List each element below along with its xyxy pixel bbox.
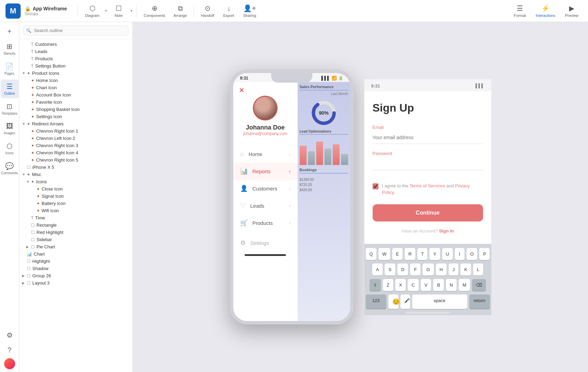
- tree-item-group-26[interactable]: ▶ ☐ Group 26: [19, 272, 132, 279]
- canvas-area[interactable]: 9:31 ▌▌▌ 📶 🔋 ✕ Johanna D: [133, 22, 588, 372]
- tree-item-shopping-basket-icon[interactable]: ✦ Shopping Basket Icon: [19, 106, 132, 113]
- key-l[interactable]: L: [473, 264, 483, 276]
- export-button[interactable]: ↓ Export: [218, 3, 239, 19]
- key-k[interactable]: K: [460, 264, 471, 276]
- key-t[interactable]: T: [417, 248, 428, 260]
- tree-item-chart-icon[interactable]: ✦ Chart Icon: [19, 84, 132, 91]
- tree-item-close-icon[interactable]: ✦ Close Icon: [19, 185, 132, 193]
- format-button[interactable]: ☰ Format: [510, 3, 530, 19]
- tree-item-leads[interactable]: T Leads: [19, 48, 132, 55]
- components-button[interactable]: ⊕ Components: [140, 3, 169, 19]
- key-u[interactable]: U: [442, 248, 453, 260]
- note-caret[interactable]: ▼: [130, 9, 133, 13]
- key-backspace[interactable]: ⌫: [472, 279, 486, 291]
- tree-item-chevron-right-4[interactable]: ✦ Chevron Right Icon 4: [19, 149, 132, 156]
- key-g[interactable]: G: [423, 264, 434, 276]
- tree-item-misc[interactable]: ▼ ✦ Misc: [19, 171, 132, 178]
- tree-item-battery-icon[interactable]: ✦ Battery Icon: [19, 200, 132, 207]
- app-logo[interactable]: M: [6, 3, 21, 19]
- sharing-button[interactable]: 👤+ Sharing: [239, 3, 260, 19]
- key-i[interactable]: I: [455, 248, 464, 260]
- rail-settings[interactable]: ⚙: [1, 328, 19, 342]
- key-f[interactable]: F: [410, 264, 420, 276]
- sign-in-link[interactable]: Sign In: [439, 228, 454, 234]
- menu-item-reports[interactable]: 📊 Reports ‹: [233, 163, 298, 180]
- key-y[interactable]: Y: [429, 248, 440, 260]
- key-x[interactable]: X: [395, 279, 406, 291]
- key-e[interactable]: E: [392, 248, 403, 260]
- tree-item-chevron-right-5[interactable]: ✦ Chevron Right Icon 5: [19, 156, 132, 164]
- tree-item-sidebar[interactable]: ☐ Sidebar: [19, 236, 132, 243]
- terms-link[interactable]: Terms of Services: [409, 183, 445, 188]
- diagram-caret[interactable]: ▼: [104, 9, 108, 13]
- key-shift[interactable]: ⇧: [370, 279, 381, 291]
- key-j[interactable]: J: [449, 264, 459, 276]
- key-p[interactable]: P: [479, 248, 490, 260]
- tree-item-icons-group[interactable]: ▼ ✦ Icons: [19, 178, 132, 185]
- rail-icons[interactable]: ⬡ Icons: [1, 139, 19, 158]
- close-button[interactable]: ✕: [239, 86, 245, 94]
- key-h[interactable]: H: [436, 264, 447, 276]
- rail-stencils[interactable]: ⊞ Stencils: [1, 40, 19, 58]
- tree-item-highlight[interactable]: ☐ Highlight: [19, 258, 132, 265]
- key-m[interactable]: M: [459, 279, 470, 291]
- key-c[interactable]: C: [408, 279, 418, 291]
- key-n[interactable]: N: [446, 279, 457, 291]
- email-input[interactable]: [373, 131, 483, 144]
- tree-item-iphone-x5[interactable]: ☐ iPhone X 5: [19, 164, 132, 171]
- settings-menu-item[interactable]: ⚙ Settings: [233, 234, 298, 251]
- rail-templates[interactable]: ⊡ Templates: [1, 100, 19, 118]
- password-input[interactable]: [373, 157, 483, 170]
- tree-item-home-icon[interactable]: ✦ Home Icon: [19, 77, 132, 84]
- tree-item-product-icons[interactable]: ▼ ✦ Product Icons: [19, 70, 132, 77]
- tree-item-settings-button[interactable]: T Settings Button: [19, 62, 132, 70]
- tree-item-chevron-right-3[interactable]: ✦ Chevron Right Icon 3: [19, 142, 132, 149]
- tree-item-chevron-right-1[interactable]: ✦ Chevron Right Icon 1: [19, 127, 132, 135]
- continue-button[interactable]: Continue: [373, 204, 483, 221]
- tree-item-shadow[interactable]: ☐ Shadow: [19, 265, 132, 272]
- arrange-button[interactable]: ⧉ Arrange: [169, 3, 191, 19]
- diagram-button[interactable]: ⬡ Diagram: [81, 3, 104, 19]
- menu-item-customers[interactable]: 👤 Customers ›: [233, 180, 298, 197]
- tree-item-customers[interactable]: T Customers: [19, 41, 132, 48]
- key-r[interactable]: R: [405, 248, 415, 260]
- menu-item-products[interactable]: 🛒 Products ›: [233, 214, 298, 231]
- note-button[interactable]: ☐ Note: [108, 3, 129, 19]
- tree-item-rectangle[interactable]: ☐ Rectangle: [19, 221, 132, 229]
- tree-item-layout-3[interactable]: ▶ ☐ Layout 3: [19, 279, 132, 287]
- handoff-button[interactable]: ⊙ Handoff: [197, 3, 218, 19]
- rail-help[interactable]: ?: [1, 343, 19, 357]
- interactions-button[interactable]: ⚡ Interactions: [532, 3, 559, 19]
- key-s[interactable]: S: [385, 264, 395, 276]
- tree-item-chart[interactable]: 📊 Chart: [19, 250, 132, 258]
- tree-item-signal-icon[interactable]: ✦ Signal Icon: [19, 193, 132, 200]
- tree-item-redirect-arrows[interactable]: ▼ ✦ Redirect Arrows: [19, 120, 132, 127]
- key-a[interactable]: A: [372, 264, 383, 276]
- key-b[interactable]: B: [433, 279, 444, 291]
- menu-item-leads[interactable]: ♡ Leads ›: [233, 197, 298, 214]
- rail-add[interactable]: +: [1, 25, 19, 38]
- tree-item-products[interactable]: T Products: [19, 55, 132, 62]
- tree-item-pie-chart[interactable]: ▶ ☐ Pie Chart: [19, 243, 132, 250]
- preview-button[interactable]: ▶ Preview: [561, 3, 582, 19]
- agree-checkbox[interactable]: [373, 183, 379, 189]
- search-input[interactable]: [23, 25, 128, 35]
- tree-item-wifi-icon[interactable]: ✦ Wifi Icon: [19, 207, 132, 214]
- user-avatar[interactable]: [4, 358, 15, 369]
- key-mic[interactable]: 🎤: [400, 294, 410, 309]
- key-o[interactable]: O: [467, 248, 478, 260]
- rail-images[interactable]: 🖼 Images: [1, 120, 19, 138]
- tree-item-red-highlight[interactable]: ☐ Red Highlight: [19, 229, 132, 236]
- rail-outline[interactable]: ☰ Outline: [1, 80, 19, 98]
- key-d[interactable]: D: [397, 264, 408, 276]
- key-v[interactable]: V: [421, 279, 431, 291]
- key-emoji[interactable]: 😊: [388, 294, 398, 309]
- tree-item-chevron-left-2[interactable]: ✦ Chevron Left Icon 2: [19, 135, 132, 142]
- key-z[interactable]: Z: [383, 279, 393, 291]
- rail-pages[interactable]: 📄 Pages: [1, 60, 19, 78]
- key-w[interactable]: W: [378, 248, 390, 260]
- key-space[interactable]: space: [412, 294, 467, 309]
- menu-item-home[interactable]: ⌂ Home ›: [233, 146, 298, 163]
- tree-item-time[interactable]: T Time: [19, 214, 132, 221]
- tree-item-favorite-icon[interactable]: ✦ Favorite Icon: [19, 99, 132, 106]
